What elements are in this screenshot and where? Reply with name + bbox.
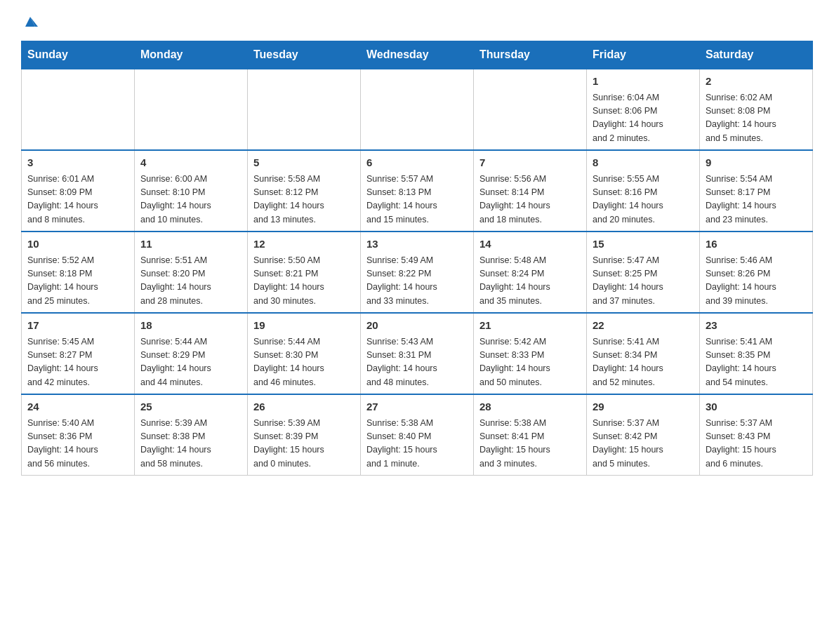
day-number: 5 bbox=[253, 155, 355, 171]
day-number: 30 bbox=[706, 399, 807, 415]
day-info: Sunrise: 5:40 AMSunset: 8:36 PMDaylight:… bbox=[27, 417, 128, 471]
calendar-day-13: 13Sunrise: 5:49 AMSunset: 8:22 PMDayligh… bbox=[361, 232, 474, 313]
day-number: 17 bbox=[27, 318, 128, 334]
calendar-day-22: 22Sunrise: 5:41 AMSunset: 8:34 PMDayligh… bbox=[587, 313, 700, 394]
day-number: 20 bbox=[366, 318, 468, 334]
calendar-day-15: 15Sunrise: 5:47 AMSunset: 8:25 PMDayligh… bbox=[587, 232, 700, 313]
day-info: Sunrise: 5:41 AMSunset: 8:35 PMDaylight:… bbox=[706, 335, 807, 390]
day-number: 23 bbox=[706, 318, 807, 334]
day-info: Sunrise: 5:52 AMSunset: 8:18 PMDaylight:… bbox=[27, 254, 128, 309]
calendar-day-10: 10Sunrise: 5:52 AMSunset: 8:18 PMDayligh… bbox=[22, 232, 135, 313]
day-number: 10 bbox=[27, 236, 128, 253]
calendar-day-17: 17Sunrise: 5:45 AMSunset: 8:27 PMDayligh… bbox=[22, 313, 135, 394]
logo bbox=[21, 14, 38, 27]
day-info: Sunrise: 5:46 AMSunset: 8:26 PMDaylight:… bbox=[706, 254, 807, 309]
calendar-day-20: 20Sunrise: 5:43 AMSunset: 8:31 PMDayligh… bbox=[361, 313, 474, 394]
day-info: Sunrise: 5:45 AMSunset: 8:27 PMDaylight:… bbox=[27, 335, 128, 390]
weekday-header-tuesday: Tuesday bbox=[248, 41, 361, 69]
day-info: Sunrise: 5:48 AMSunset: 8:24 PMDaylight:… bbox=[479, 254, 581, 309]
calendar-day-24: 24Sunrise: 5:40 AMSunset: 8:36 PMDayligh… bbox=[22, 394, 135, 476]
day-info: Sunrise: 6:04 AMSunset: 8:06 PMDaylight:… bbox=[593, 91, 694, 146]
day-info: Sunrise: 5:37 AMSunset: 8:42 PMDaylight:… bbox=[593, 417, 694, 471]
calendar-day-16: 16Sunrise: 5:46 AMSunset: 8:26 PMDayligh… bbox=[700, 232, 813, 313]
calendar-day-12: 12Sunrise: 5:50 AMSunset: 8:21 PMDayligh… bbox=[248, 232, 361, 313]
calendar-table: SundayMondayTuesdayWednesdayThursdayFrid… bbox=[21, 41, 813, 476]
weekday-header-saturday: Saturday bbox=[700, 41, 813, 69]
day-number: 9 bbox=[706, 155, 807, 171]
day-number: 28 bbox=[479, 399, 581, 415]
day-info: Sunrise: 5:38 AMSunset: 8:40 PMDaylight:… bbox=[366, 417, 468, 471]
calendar-day-28: 28Sunrise: 5:38 AMSunset: 8:41 PMDayligh… bbox=[474, 394, 587, 476]
day-info: Sunrise: 5:44 AMSunset: 8:30 PMDaylight:… bbox=[253, 335, 355, 390]
calendar-day-empty bbox=[22, 69, 135, 150]
day-number: 8 bbox=[593, 155, 694, 171]
day-info: Sunrise: 5:42 AMSunset: 8:33 PMDaylight:… bbox=[479, 335, 581, 390]
day-info: Sunrise: 6:00 AMSunset: 8:10 PMDaylight:… bbox=[140, 173, 241, 227]
day-info: Sunrise: 5:50 AMSunset: 8:21 PMDaylight:… bbox=[253, 254, 355, 309]
day-info: Sunrise: 5:49 AMSunset: 8:22 PMDaylight:… bbox=[366, 254, 468, 309]
day-number: 29 bbox=[593, 399, 694, 415]
day-info: Sunrise: 5:58 AMSunset: 8:12 PMDaylight:… bbox=[253, 173, 355, 227]
calendar-day-23: 23Sunrise: 5:41 AMSunset: 8:35 PMDayligh… bbox=[700, 313, 813, 394]
day-number: 27 bbox=[366, 399, 468, 415]
day-number: 14 bbox=[479, 236, 581, 253]
day-info: Sunrise: 5:57 AMSunset: 8:13 PMDaylight:… bbox=[366, 173, 468, 227]
calendar-day-2: 2Sunrise: 6:02 AMSunset: 8:08 PMDaylight… bbox=[700, 69, 813, 150]
calendar-week-3: 10Sunrise: 5:52 AMSunset: 8:18 PMDayligh… bbox=[22, 232, 813, 313]
day-info: Sunrise: 6:02 AMSunset: 8:08 PMDaylight:… bbox=[706, 91, 807, 146]
calendar-day-empty bbox=[474, 69, 587, 150]
day-number: 21 bbox=[479, 318, 581, 334]
calendar-day-empty bbox=[248, 69, 361, 150]
weekday-header-monday: Monday bbox=[135, 41, 248, 69]
calendar-day-11: 11Sunrise: 5:51 AMSunset: 8:20 PMDayligh… bbox=[135, 232, 248, 313]
calendar-day-3: 3Sunrise: 6:01 AMSunset: 8:09 PMDaylight… bbox=[22, 150, 135, 232]
day-number: 6 bbox=[366, 155, 468, 171]
day-number: 18 bbox=[140, 318, 241, 334]
day-number: 11 bbox=[140, 236, 241, 253]
calendar-day-empty bbox=[361, 69, 474, 150]
weekday-header-sunday: Sunday bbox=[22, 41, 135, 69]
calendar-day-21: 21Sunrise: 5:42 AMSunset: 8:33 PMDayligh… bbox=[474, 313, 587, 394]
day-info: Sunrise: 5:51 AMSunset: 8:20 PMDaylight:… bbox=[140, 254, 241, 309]
calendar-day-19: 19Sunrise: 5:44 AMSunset: 8:30 PMDayligh… bbox=[248, 313, 361, 394]
calendar-day-9: 9Sunrise: 5:54 AMSunset: 8:17 PMDaylight… bbox=[700, 150, 813, 232]
calendar-day-5: 5Sunrise: 5:58 AMSunset: 8:12 PMDaylight… bbox=[248, 150, 361, 232]
weekday-header-wednesday: Wednesday bbox=[361, 41, 474, 69]
calendar-day-1: 1Sunrise: 6:04 AMSunset: 8:06 PMDaylight… bbox=[587, 69, 700, 150]
page-header bbox=[21, 14, 813, 27]
day-info: Sunrise: 5:39 AMSunset: 8:38 PMDaylight:… bbox=[140, 417, 241, 471]
day-number: 22 bbox=[593, 318, 694, 334]
calendar-day-25: 25Sunrise: 5:39 AMSunset: 8:38 PMDayligh… bbox=[135, 394, 248, 476]
day-info: Sunrise: 5:56 AMSunset: 8:14 PMDaylight:… bbox=[479, 173, 581, 227]
day-number: 13 bbox=[366, 236, 468, 253]
calendar-day-4: 4Sunrise: 6:00 AMSunset: 8:10 PMDaylight… bbox=[135, 150, 248, 232]
day-number: 1 bbox=[593, 74, 694, 90]
day-number: 15 bbox=[593, 236, 694, 253]
day-number: 26 bbox=[253, 399, 355, 415]
calendar-day-30: 30Sunrise: 5:37 AMSunset: 8:43 PMDayligh… bbox=[700, 394, 813, 476]
day-info: Sunrise: 5:47 AMSunset: 8:25 PMDaylight:… bbox=[593, 254, 694, 309]
calendar-day-8: 8Sunrise: 5:55 AMSunset: 8:16 PMDaylight… bbox=[587, 150, 700, 232]
calendar-day-29: 29Sunrise: 5:37 AMSunset: 8:42 PMDayligh… bbox=[587, 394, 700, 476]
calendar-day-27: 27Sunrise: 5:38 AMSunset: 8:40 PMDayligh… bbox=[361, 394, 474, 476]
day-info: Sunrise: 5:41 AMSunset: 8:34 PMDaylight:… bbox=[593, 335, 694, 390]
calendar-week-1: 1Sunrise: 6:04 AMSunset: 8:06 PMDaylight… bbox=[22, 69, 813, 150]
day-number: 19 bbox=[253, 318, 355, 334]
weekday-header-thursday: Thursday bbox=[474, 41, 587, 69]
day-info: Sunrise: 6:01 AMSunset: 8:09 PMDaylight:… bbox=[27, 173, 128, 227]
logo-triangle-icon bbox=[22, 14, 38, 31]
day-number: 2 bbox=[706, 74, 807, 90]
day-number: 24 bbox=[27, 399, 128, 415]
calendar-day-18: 18Sunrise: 5:44 AMSunset: 8:29 PMDayligh… bbox=[135, 313, 248, 394]
calendar-day-6: 6Sunrise: 5:57 AMSunset: 8:13 PMDaylight… bbox=[361, 150, 474, 232]
day-number: 3 bbox=[27, 155, 128, 171]
calendar-week-2: 3Sunrise: 6:01 AMSunset: 8:09 PMDaylight… bbox=[22, 150, 813, 232]
day-info: Sunrise: 5:54 AMSunset: 8:17 PMDaylight:… bbox=[706, 173, 807, 227]
day-info: Sunrise: 5:38 AMSunset: 8:41 PMDaylight:… bbox=[479, 417, 581, 471]
day-info: Sunrise: 5:44 AMSunset: 8:29 PMDaylight:… bbox=[140, 335, 241, 390]
calendar-day-7: 7Sunrise: 5:56 AMSunset: 8:14 PMDaylight… bbox=[474, 150, 587, 232]
day-number: 4 bbox=[140, 155, 241, 171]
day-number: 7 bbox=[479, 155, 581, 171]
weekday-header-friday: Friday bbox=[587, 41, 700, 69]
day-number: 12 bbox=[253, 236, 355, 253]
